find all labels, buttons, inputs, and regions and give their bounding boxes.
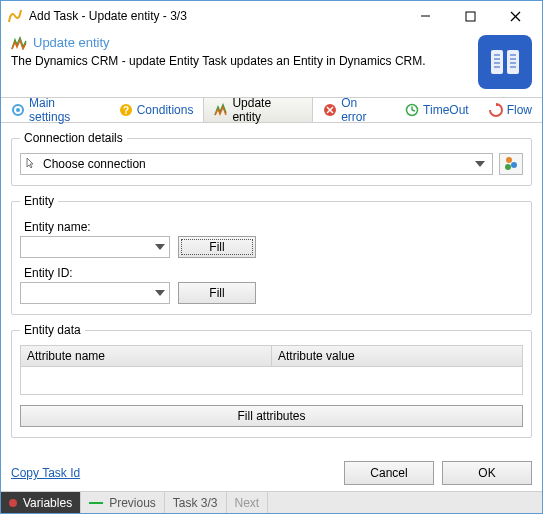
tab-main-settings[interactable]: Main settings bbox=[1, 98, 109, 122]
tab-strip: Main settings ? Conditions Update entity… bbox=[1, 97, 542, 123]
svg-marker-25 bbox=[475, 161, 485, 167]
dash-icon bbox=[89, 502, 103, 504]
tab-label: TimeOut bbox=[423, 103, 469, 117]
fill-attributes-button[interactable]: Fill attributes bbox=[20, 405, 523, 427]
entity-id-label: Entity ID: bbox=[24, 266, 523, 280]
status-label: Next bbox=[235, 496, 260, 510]
entity-legend: Entity bbox=[20, 194, 58, 208]
clock-icon bbox=[405, 103, 419, 117]
cursor-icon bbox=[25, 157, 39, 171]
window-buttons bbox=[403, 2, 538, 30]
tab-update-entity[interactable]: Update entity bbox=[203, 98, 313, 122]
header: Update entity The Dynamics CRM - update … bbox=[1, 31, 542, 97]
body: Connection details Choose connection Ent… bbox=[1, 123, 542, 455]
cancel-button[interactable]: Cancel bbox=[344, 461, 434, 485]
flow-icon bbox=[489, 103, 503, 117]
tab-timeout[interactable]: TimeOut bbox=[395, 98, 479, 122]
svg-marker-30 bbox=[155, 290, 165, 296]
button-label: OK bbox=[478, 466, 495, 480]
entity-id-fill-button[interactable]: Fill bbox=[178, 282, 256, 304]
status-next[interactable]: Next bbox=[227, 492, 269, 513]
button-label: Fill bbox=[209, 286, 224, 300]
tab-label: Update entity bbox=[232, 96, 302, 124]
button-label: Cancel bbox=[370, 466, 407, 480]
ok-button[interactable]: OK bbox=[442, 461, 532, 485]
connection-combo[interactable]: Choose connection bbox=[20, 153, 493, 175]
footer-button-row: Copy Task Id Cancel OK bbox=[1, 455, 542, 491]
connection-legend: Connection details bbox=[20, 131, 127, 145]
entity-data-fieldset: Entity data Attribute name Attribute val… bbox=[11, 323, 532, 438]
window: Add Task - Update entity - 3/3 Update en… bbox=[0, 0, 543, 514]
page-title: Update entity bbox=[33, 35, 110, 50]
button-label: Fill bbox=[209, 240, 224, 254]
entity-name-fill-button[interactable]: Fill bbox=[178, 236, 256, 258]
entity-fieldset: Entity Entity name: Fill Entity ID: Fill bbox=[11, 194, 532, 315]
svg-line-23 bbox=[412, 110, 415, 111]
column-attribute-name[interactable]: Attribute name bbox=[21, 346, 272, 366]
status-task[interactable]: Task 3/3 bbox=[165, 492, 227, 513]
svg-text:?: ? bbox=[123, 105, 129, 116]
titlebar: Add Task - Update entity - 3/3 bbox=[1, 1, 542, 31]
connection-fieldset: Connection details Choose connection bbox=[11, 131, 532, 186]
svg-marker-29 bbox=[155, 244, 165, 250]
manage-connections-button[interactable] bbox=[499, 153, 523, 175]
svg-point-27 bbox=[511, 162, 517, 168]
svg-point-15 bbox=[16, 108, 20, 112]
status-label: Task 3/3 bbox=[173, 496, 218, 510]
page-title-icon bbox=[11, 36, 27, 50]
status-variables[interactable]: Variables bbox=[1, 492, 81, 513]
status-label: Variables bbox=[23, 496, 72, 510]
tab-label: Conditions bbox=[137, 103, 194, 117]
chart-icon bbox=[214, 103, 228, 117]
entity-id-combo[interactable] bbox=[20, 282, 170, 304]
app-icon bbox=[7, 8, 23, 24]
tab-label: Main settings bbox=[29, 96, 99, 124]
entity-data-legend: Entity data bbox=[20, 323, 85, 337]
button-label: Fill attributes bbox=[237, 409, 305, 423]
chevron-down-icon bbox=[155, 244, 165, 250]
close-button[interactable] bbox=[493, 2, 538, 30]
maximize-button[interactable] bbox=[448, 2, 493, 30]
tab-conditions[interactable]: ? Conditions bbox=[109, 98, 204, 122]
connection-value: Choose connection bbox=[43, 157, 472, 171]
status-previous[interactable]: Previous bbox=[81, 492, 165, 513]
gear-icon bbox=[11, 103, 25, 117]
tab-on-error[interactable]: On error bbox=[313, 98, 395, 122]
column-attribute-value[interactable]: Attribute value bbox=[272, 346, 522, 366]
chevron-down-icon bbox=[155, 290, 165, 296]
entity-name-label: Entity name: bbox=[24, 220, 523, 234]
svg-rect-5 bbox=[507, 50, 519, 74]
attribute-table-body[interactable] bbox=[20, 367, 523, 395]
tab-flow[interactable]: Flow bbox=[479, 98, 542, 122]
page-description: The Dynamics CRM - update Entity Task up… bbox=[11, 54, 478, 68]
error-icon bbox=[323, 103, 337, 117]
svg-rect-4 bbox=[491, 50, 503, 74]
attribute-table-header: Attribute name Attribute value bbox=[20, 345, 523, 367]
help-panel-icon[interactable] bbox=[478, 35, 532, 89]
window-title: Add Task - Update entity - 3/3 bbox=[29, 9, 403, 23]
svg-point-28 bbox=[505, 164, 511, 170]
copy-task-id-link[interactable]: Copy Task Id bbox=[11, 466, 80, 480]
tab-label: On error bbox=[341, 96, 385, 124]
question-icon: ? bbox=[119, 103, 133, 117]
tab-label: Flow bbox=[507, 103, 532, 117]
svg-rect-1 bbox=[466, 12, 475, 21]
entity-name-combo[interactable] bbox=[20, 236, 170, 258]
svg-point-26 bbox=[506, 157, 512, 163]
record-dot-icon bbox=[9, 499, 17, 507]
minimize-button[interactable] bbox=[403, 2, 448, 30]
status-bar: Variables Previous Task 3/3 Next bbox=[1, 491, 542, 513]
status-label: Previous bbox=[109, 496, 156, 510]
chevron-down-icon bbox=[472, 161, 488, 167]
